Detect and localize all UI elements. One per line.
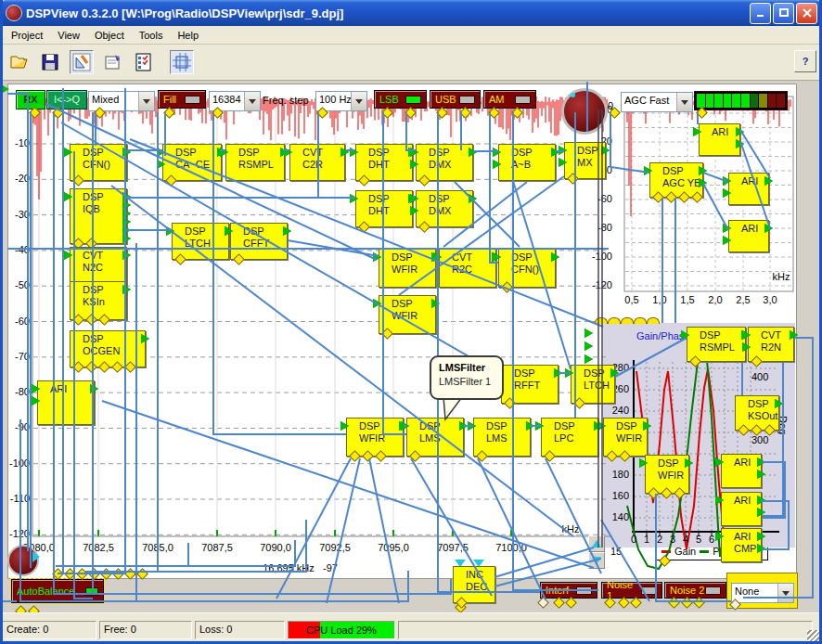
input-port-icon [410, 194, 418, 203]
dsp-block-lpc[interactable]: DSPLPC [541, 418, 598, 457]
cpu-load-label: CPU Load 29% [289, 622, 394, 638]
param-port-icon [652, 191, 664, 203]
dsp-block-c2r[interactable]: CVTC2R [289, 144, 345, 181]
dsp-block-ari[interactable]: ARI [721, 454, 762, 488]
menu-item-view[interactable]: View [50, 28, 87, 43]
input-port-icon [32, 384, 40, 393]
output-port-icon [699, 178, 707, 187]
param-port-icon [504, 397, 516, 409]
dsp-block-ari[interactable]: ARI [721, 492, 762, 526]
input-port-icon [559, 146, 567, 155]
block-label: OCGEN [83, 345, 145, 357]
block-label: MX [577, 157, 605, 169]
dsp-block-dht[interactable]: DSPDHT [355, 190, 413, 227]
dsp-block-ari[interactable]: ARI [728, 173, 769, 205]
dsp-block-r2n[interactable]: CVTR2N [748, 327, 794, 362]
block-label: DSP [429, 193, 472, 205]
block-label: DSP [662, 165, 702, 177]
menu-item-object[interactable]: Object [87, 28, 132, 43]
dsp-block-lms[interactable]: DSPLMS [406, 418, 464, 457]
title-bar[interactable]: DSPView 0.3.2.0 [W:\Prog\Radio\DSPView\p… [0, 0, 822, 26]
dsp-block-mx[interactable]: DSPMX [564, 142, 606, 179]
dsp-block-n2c[interactable]: CVTN2C [70, 247, 127, 284]
dsp-block-dmx[interactable]: DSPDMX [416, 144, 473, 181]
dsp-block-lms[interactable]: DSPLMS [473, 418, 531, 457]
dsp-block-wfir[interactable]: DSPWFIR [379, 295, 436, 334]
run-list-icon[interactable] [133, 51, 155, 73]
block-label: DSP [83, 284, 126, 296]
block-tooltip: LMSFilter LMSFilter 1 [430, 355, 504, 400]
dsp-block-rsmpl[interactable]: DSPRSMPL [687, 327, 746, 362]
menu-item-project[interactable]: Project [4, 28, 50, 43]
dsp-block-ocgen[interactable]: DSPOCGEN [70, 330, 146, 367]
block-label: KSIn [83, 296, 126, 308]
dsp-block-cfn[interactable]: DSPCFN() [498, 249, 556, 288]
dsp-block-cmp[interactable]: ARICMP [721, 528, 762, 562]
dsp-block-wfir[interactable]: DSPWFIR [603, 418, 648, 457]
param-port-icon [544, 450, 556, 462]
maximize-button[interactable] [773, 3, 794, 24]
input-port-icon [597, 421, 606, 431]
menu-item-help[interactable]: Help [170, 28, 206, 43]
output-port-icon [643, 421, 651, 431]
output-port-icon [736, 127, 744, 136]
properties-icon[interactable] [102, 51, 124, 73]
status-bar: Create: 0 Free: 0 Loss: 0 CPU Load 29% [0, 612, 822, 644]
block-label: DSP [175, 147, 221, 159]
input-port-icon [410, 148, 418, 157]
dsp-block-dmx[interactable]: DSPDMX [416, 190, 473, 227]
resize-grip[interactable] [807, 630, 819, 642]
param-port-icon [619, 450, 631, 462]
dsp-block-wfir[interactable]: DSPWFIR [379, 249, 436, 288]
input-port-icon [693, 127, 701, 136]
dsp-block-ksout[interactable]: DSPKSOut [735, 395, 779, 431]
minimize-button[interactable] [750, 3, 771, 24]
dsp-block-wfir[interactable]: DSPWFIR [645, 455, 689, 494]
input-port-icon [401, 421, 409, 431]
dsp-block-ari[interactable]: ARI [728, 220, 769, 252]
dsp-block-cfn[interactable]: DSPCFN() [70, 144, 127, 181]
dsp-block-dht[interactable]: DSPDHT [355, 144, 413, 181]
param-port-icon [98, 361, 110, 373]
menu-item-tools[interactable]: Tools [132, 28, 171, 43]
open-project-icon[interactable] [8, 51, 31, 73]
dsp-block-cfft[interactable]: DSPCFFT [230, 223, 288, 260]
dsp-block-rfft[interactable]: DSPRFFT [501, 365, 559, 404]
input-port-icon [350, 194, 358, 203]
dsp-block-dec[interactable]: INCDEC [453, 566, 495, 603]
param-port-icon [738, 424, 750, 436]
dsp-block-ltch[interactable]: DSPLTCH [172, 223, 229, 260]
blocks-layer: DSPCFN()DSPIQBCVTN2CDSPKSInDSPOCGENARIDS… [0, 0, 822, 644]
block-layout-icon[interactable] [170, 50, 194, 74]
output-port-icon [122, 234, 131, 243]
dsp-block-ltch[interactable]: DSPLTCH [571, 365, 615, 404]
output-port-icon [459, 421, 468, 431]
dsp-block-cace[interactable]: DSPCA~CE [162, 144, 222, 181]
output-port-icon [610, 368, 619, 378]
dsp-block-iqb[interactable]: DSPIQB [70, 188, 127, 244]
dsp-block-ab[interactable]: DSPA~B [498, 144, 556, 181]
dsp-block-agcyb[interactable]: DSPAGC YB [649, 162, 703, 198]
block-label: C2R [302, 159, 344, 171]
save-project-icon[interactable] [39, 51, 61, 73]
input-port-icon [225, 226, 233, 236]
dsp-block-ari[interactable]: ARI [37, 380, 95, 425]
param-port-icon [409, 450, 421, 462]
dsp-block-ari[interactable]: ARI [699, 123, 740, 156]
block-label: CFFT [243, 238, 287, 250]
param-port-icon [98, 314, 110, 326]
param-port-icon [661, 487, 673, 499]
help-button[interactable]: ? [794, 50, 816, 72]
block-label: CVT [83, 250, 126, 262]
menu-bar: ProjectViewObjectToolsHelp [0, 26, 822, 45]
dsp-block-ksin[interactable]: DSPKSIn [70, 281, 127, 320]
output-port-icon [699, 166, 707, 175]
close-button[interactable] [796, 3, 817, 24]
dsp-block-wfir[interactable]: DSPWFIR [346, 418, 404, 457]
dsp-block-r2c[interactable]: CVTR2C [439, 249, 496, 288]
dsp-block-rsmpl[interactable]: DSPRSMPL [225, 144, 285, 181]
output-port-icon [469, 194, 477, 203]
design-mode-icon[interactable] [70, 50, 94, 74]
block-label: DMX [429, 205, 472, 217]
block-label: DSP [238, 147, 284, 159]
